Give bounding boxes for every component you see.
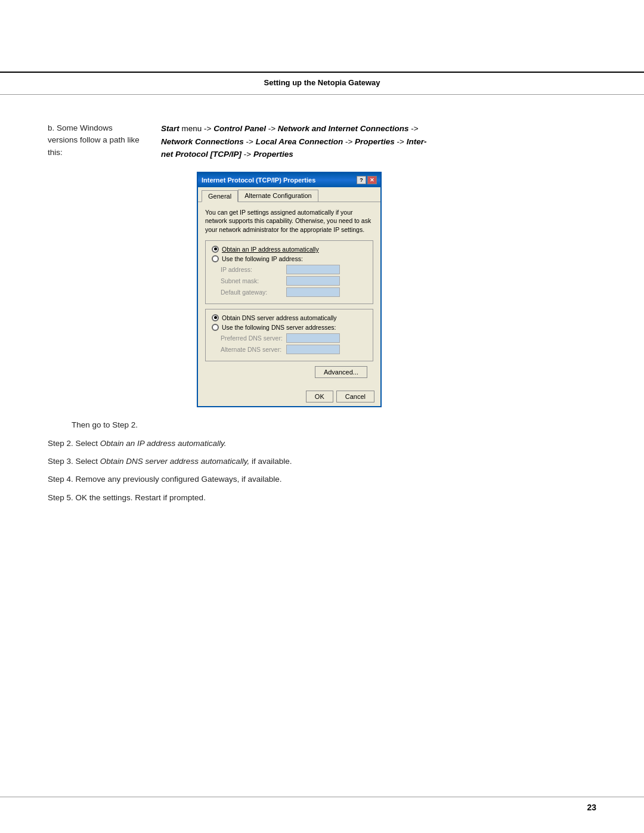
dialog-title-buttons: ? ✕ — [357, 176, 377, 184]
close-button[interactable]: ✕ — [367, 176, 377, 184]
step-2-prefix: Step 2. Select — [48, 439, 100, 448]
dialog-tabs: General Alternate Configuration — [198, 187, 380, 202]
start-label: Start — [161, 124, 179, 133]
alternate-dns-label: Alternate DNS server: — [221, 346, 286, 353]
step-b-left-text: b. Some Windows versions follow a path l… — [48, 122, 143, 159]
tcp-ip-dialog: Internet Protocol (TCP/IP) Properties ? … — [197, 172, 382, 407]
network-connections-label: Network Connections — [161, 137, 244, 146]
path-arrow6: -> — [395, 137, 407, 146]
header-section: Setting up the Netopia Gateway — [0, 78, 644, 87]
dialog-footer: OK Cancel — [198, 387, 380, 406]
use-following-dns-radio[interactable] — [212, 324, 219, 331]
dns-group: Obtain DNS server address automatically … — [205, 309, 373, 361]
header-divider — [0, 94, 644, 95]
preferred-dns-field[interactable] — [286, 333, 340, 343]
steps-list: Step 2. Select Obtain an IP address auto… — [48, 438, 596, 504]
ip-address-group: Obtain an IP address automatically Use t… — [205, 240, 373, 304]
subnet-mask-row: Subnet mask: — [212, 276, 367, 286]
step-5: Step 5. OK the settings. Restart if prom… — [48, 492, 596, 504]
path-arrow1: menu -> — [179, 124, 213, 133]
step-3-prefix: Step 3. Select — [48, 457, 100, 466]
control-panel-label: Control Panel — [213, 124, 266, 133]
step-4: Step 4. Remove any previously configured… — [48, 473, 596, 485]
help-button[interactable]: ? — [357, 176, 366, 184]
obtain-ip-label: Obtain an IP address automatically — [222, 246, 319, 253]
alternate-dns-field[interactable] — [286, 345, 340, 354]
use-following-ip-label: Use the following IP address: — [222, 255, 303, 262]
subnet-mask-label: Subnet mask: — [221, 277, 286, 284]
ip-address-row: IP address: — [212, 265, 367, 274]
obtain-dns-label: Obtain DNS server address automatically — [222, 314, 337, 321]
network-internet-label: Network and Internet Connections — [278, 124, 409, 133]
tab-alternate-config[interactable]: Alternate Configuration — [238, 190, 318, 202]
main-content: b. Some Windows versions follow a path l… — [48, 104, 596, 510]
obtain-dns-radio[interactable] — [212, 314, 219, 321]
ip-address-label: IP address: — [221, 266, 286, 273]
path-arrow4: -> — [244, 137, 256, 146]
properties-label1: Properties — [355, 137, 395, 146]
step-2-italic: Obtain an IP address automatically. — [100, 439, 227, 448]
dialog-body: You can get IP settings assigned automat… — [198, 202, 380, 387]
preferred-dns-label: Preferred DNS server: — [221, 335, 286, 342]
default-gateway-field[interactable] — [286, 287, 340, 297]
use-following-ip-radio-row: Use the following IP address: — [212, 255, 367, 262]
step-b-right: Start menu -> Control Panel -> Network a… — [161, 122, 596, 407]
default-gateway-label: Default gateway: — [221, 289, 286, 296]
inter-label: Inter- — [407, 137, 427, 146]
obtain-ip-radio[interactable] — [212, 246, 219, 253]
step-2: Step 2. Select Obtain an IP address auto… — [48, 438, 596, 450]
net-protocol-label: net Protocol [TCP/IP] — [161, 150, 242, 159]
page-number: 23 — [587, 803, 596, 812]
step-b-path: Start menu -> Control Panel -> Network a… — [161, 122, 596, 161]
step-3-suffix: if available. — [249, 457, 292, 466]
ok-button[interactable]: OK — [306, 391, 333, 402]
cancel-button[interactable]: Cancel — [336, 391, 374, 402]
step-5-text: Step 5. OK the settings. Restart if prom… — [48, 493, 206, 502]
then-step: Then go to Step 2. — [72, 420, 596, 429]
properties-label2: Properties — [253, 150, 293, 159]
use-following-ip-radio[interactable] — [212, 255, 219, 262]
use-following-dns-radio-row: Use the following DNS server addresses: — [212, 324, 367, 331]
local-area-label: Local Area Connection — [256, 137, 343, 146]
dialog-titlebar: Internet Protocol (TCP/IP) Properties ? … — [198, 173, 380, 187]
step-b-row: b. Some Windows versions follow a path l… — [48, 122, 596, 407]
tab-general[interactable]: General — [202, 190, 238, 202]
top-border — [0, 72, 644, 73]
default-gateway-row: Default gateway: — [212, 287, 367, 297]
obtain-ip-radio-row: Obtain an IP address automatically — [212, 246, 367, 253]
page-container: Setting up the Netopia Gateway b. Some W… — [0, 0, 644, 833]
obtain-dns-radio-row: Obtain DNS server address automatically — [212, 314, 367, 321]
subnet-mask-field[interactable] — [286, 276, 340, 286]
header-title: Setting up the Netopia Gateway — [264, 78, 380, 87]
path-arrow2: -> — [266, 124, 278, 133]
path-arrow5: -> — [343, 137, 355, 146]
path-arrow3: -> — [409, 124, 419, 133]
step-4-text: Step 4. Remove any previously configured… — [48, 475, 281, 484]
use-following-dns-label: Use the following DNS server addresses: — [222, 324, 336, 331]
bottom-border — [0, 797, 644, 797]
dialog-description: You can get IP settings assigned automat… — [205, 208, 373, 234]
dialog-title-text: Internet Protocol (TCP/IP) Properties — [202, 176, 315, 184]
ip-address-field[interactable] — [286, 265, 340, 274]
advanced-row: Advanced... — [205, 366, 373, 381]
alternate-dns-row: Alternate DNS server: — [212, 345, 367, 354]
step-3: Step 3. Select Obtain DNS server address… — [48, 456, 596, 467]
step-3-italic: Obtain DNS server address automatically, — [100, 457, 249, 466]
advanced-button[interactable]: Advanced... — [315, 366, 367, 378]
path-arrow7: -> — [242, 150, 253, 159]
preferred-dns-row: Preferred DNS server: — [212, 333, 367, 343]
